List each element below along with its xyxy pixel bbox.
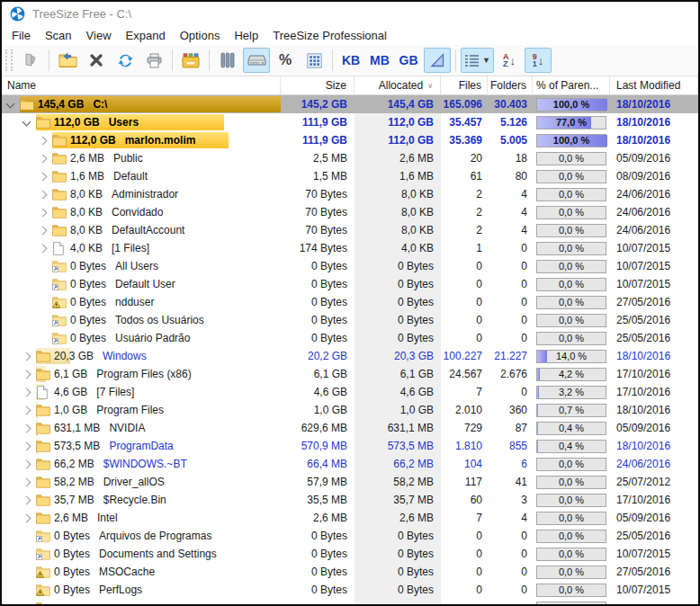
open-folder-disabled-button[interactable] — [17, 48, 44, 73]
chevron-right-icon[interactable] — [22, 460, 31, 469]
files-cell: 0 — [441, 527, 488, 545]
chevron-right-icon[interactable] — [39, 155, 48, 164]
stop-scan-button[interactable] — [83, 48, 110, 73]
chevron-right-icon[interactable] — [22, 406, 31, 415]
table-row[interactable]: 145,4 GBC:\145,2 GB145,4 GB165.09630.403… — [2, 95, 698, 113]
sort-alpha-button[interactable]: AZ↓ — [496, 48, 523, 73]
drive-view-button[interactable] — [243, 48, 270, 73]
chevron-right-icon[interactable] — [39, 173, 48, 182]
units-grid-icon — [307, 53, 322, 68]
menu-item-help[interactable]: Help — [227, 27, 265, 44]
column-header-alloc[interactable]: Allocated∨ — [354, 76, 441, 94]
table-row[interactable]: 8,0 KBAdministrador70 Bytes8,0 KB240,0 %… — [2, 185, 698, 203]
column-header-files[interactable]: Files — [441, 76, 488, 94]
unit-gb-button[interactable]: GB — [395, 48, 422, 73]
chevron-right-icon[interactable] — [22, 442, 31, 451]
table-row[interactable]: 8,0 KBDefaultAccount70 Bytes8,0 KB240,0 … — [2, 221, 698, 239]
column-header-mod[interactable]: Last Modified — [610, 76, 698, 94]
percent-bar: 0,0 % — [536, 494, 606, 507]
last-modified-cell: 10/07/2015 — [610, 239, 698, 257]
allocated-cell: 8,0 KB — [354, 203, 441, 221]
percent-label: 14,0 % — [537, 351, 606, 362]
folders-cell: 2.676 — [488, 365, 533, 383]
table-row[interactable]: 1,0 GBProgram Files1,0 GB1,0 GB2.0103600… — [2, 401, 698, 419]
table-row[interactable]: 112,0 GBUsers111,9 GB112,0 GB35.4575.126… — [2, 113, 698, 131]
size-gradient-button[interactable] — [424, 48, 451, 73]
chevron-right-icon[interactable] — [39, 191, 48, 200]
folder-tree: 145,4 GBC:\145,2 GB145,4 GB165.09630.403… — [2, 95, 698, 604]
table-row[interactable]: 0 BytesMSOCache0 Bytes0 Bytes000,0 %27/0… — [2, 563, 698, 581]
menu-item-treesize-professional[interactable]: TreeSize Professional — [265, 27, 394, 44]
table-row[interactable]: 4,6 GB[7 Files]4,6 GB4,6 GB703,2 %17/10/… — [2, 383, 698, 401]
table-row[interactable]: 631,1 MBNVIDIA629,6 MB631,1 MB729870,4 %… — [2, 419, 698, 437]
units-grid-button[interactable] — [301, 48, 328, 73]
table-row[interactable]: 4,0 KB[1 Files]174 Bytes4,0 KB100,0 %10/… — [2, 239, 698, 257]
chevron-right-icon[interactable] — [22, 388, 31, 397]
view-list-dropdown-button[interactable]: ▼ — [461, 48, 494, 73]
chevron-right-icon[interactable] — [22, 424, 31, 433]
last-modified-cell: 17/10/2016 — [610, 491, 698, 509]
menu-item-scan[interactable]: Scan — [38, 27, 79, 44]
chevron-right-icon[interactable] — [22, 478, 31, 487]
sort-size-button[interactable]: 91↓ — [525, 48, 552, 73]
table-row[interactable]: 66,2 MB$WINDOWS.~BT66,4 MB66,2 MB10460,0… — [2, 455, 698, 473]
menu-item-expand[interactable]: Expand — [119, 27, 173, 44]
table-row[interactable]: 35,7 MB$Recycle.Bin35,5 MB35,7 MB6030,0 … — [2, 491, 698, 509]
table-row[interactable]: 1,6 MBDefault1,5 MB1,6 MB61800,0 %08/09/… — [2, 167, 698, 185]
select-directory-button[interactable] — [54, 48, 81, 73]
column-header-name[interactable]: Name — [2, 76, 281, 94]
column-header-pct[interactable]: % of Paren... — [533, 76, 610, 94]
chevron-right-icon[interactable] — [22, 370, 31, 379]
table-row[interactable]: 0 Bytesndduser0 Bytes0 Bytes000,0 %27/05… — [2, 293, 698, 311]
item-size-label: 0 Bytes — [70, 296, 106, 308]
percent-of-parent-cell: 0,0 % — [533, 311, 610, 329]
chevron-right-icon[interactable] — [22, 352, 31, 361]
name-cell: 1,0 GBProgram Files — [2, 401, 281, 419]
table-row[interactable]: 20,3 GBWindows20,2 GB20,3 GB100.22721.22… — [2, 347, 698, 365]
table-row[interactable]: 112,0 GBmarlon.molim111,9 GB112,0 GB35.3… — [2, 131, 698, 149]
size-cell: 70 Bytes — [281, 203, 354, 221]
table-row[interactable]: 0 BytesPerfLogs0 Bytes0 Bytes000,0 %10/0… — [2, 581, 698, 599]
toolbar-gripper[interactable] — [5, 49, 13, 71]
table-row[interactable]: 0 BytesDocuments and Settings0 Bytes0 By… — [2, 545, 698, 563]
table-row[interactable]: 0 BytesArquivos de Programas0 Bytes0 Byt… — [2, 527, 698, 545]
menu-item-file[interactable]: File — [4, 27, 38, 44]
table-row[interactable]: 58,2 MBDriver_allOS57,9 MB58,2 MB117410,… — [2, 473, 698, 491]
chevron-right-icon[interactable] — [39, 227, 48, 236]
column-header-size[interactable]: Size — [281, 76, 354, 94]
table-row[interactable]: 2,6 MBPublic2,5 MB2,6 MB20180,0 %05/09/2… — [2, 149, 698, 167]
refresh-button[interactable] — [112, 48, 139, 73]
chevron-right-icon[interactable] — [39, 209, 48, 218]
menu-item-options[interactable]: Options — [173, 27, 228, 44]
percent-label: 3,2 % — [537, 387, 606, 398]
app-logo-icon — [10, 6, 25, 22]
unit-mb-button[interactable]: MB — [366, 48, 393, 73]
file-manager-button[interactable] — [177, 48, 204, 73]
percent-bar: 4,2 % — [536, 368, 606, 381]
table-row[interactable]: 0 BytesUsuário Padrão0 Bytes0 Bytes000,0… — [2, 329, 698, 347]
table-row[interactable] — [2, 599, 698, 604]
name-cell: 6,1 GBProgram Files (x86) — [2, 365, 281, 383]
chevron-right-icon[interactable] — [22, 514, 31, 523]
table-row[interactable]: 2,6 MBIntel2,6 MB2,6 MB740,0 %05/09/2016 — [2, 509, 698, 527]
chevron-right-icon[interactable] — [22, 496, 31, 505]
print-button[interactable] — [140, 48, 167, 73]
menu-item-view[interactable]: View — [79, 27, 119, 44]
percent-bar: 14,0 % — [536, 350, 606, 363]
table-row[interactable]: 0 BytesTodos os Usuários0 Bytes0 Bytes00… — [2, 311, 698, 329]
name-cell — [2, 599, 281, 604]
chevron-down-icon[interactable] — [6, 100, 15, 109]
chevron-right-icon[interactable] — [39, 137, 48, 146]
table-row[interactable]: 0 BytesAll Users0 Bytes0 Bytes000,0 %10/… — [2, 257, 698, 275]
table-row[interactable]: 8,0 KBConvidado70 Bytes8,0 KB240,0 %24/0… — [2, 203, 698, 221]
table-row[interactable]: 573,5 MBProgramData570,9 MB573,5 MB1.810… — [2, 437, 698, 455]
details-view-button[interactable] — [214, 48, 241, 73]
unit-kb-button[interactable]: KB — [337, 48, 364, 73]
column-header-folders[interactable]: Folders — [488, 76, 533, 94]
chevron-right-icon[interactable] — [39, 245, 48, 254]
chevron-down-icon[interactable] — [22, 118, 31, 127]
table-row[interactable]: 0 BytesDefault User0 Bytes0 Bytes000,0 %… — [2, 275, 698, 293]
percent-view-button[interactable]: % — [272, 48, 299, 73]
table-row[interactable]: 6,1 GBProgram Files (x86)6,1 GB6,1 GB24.… — [2, 365, 698, 383]
item-name: $Recycle.Bin — [103, 494, 166, 506]
